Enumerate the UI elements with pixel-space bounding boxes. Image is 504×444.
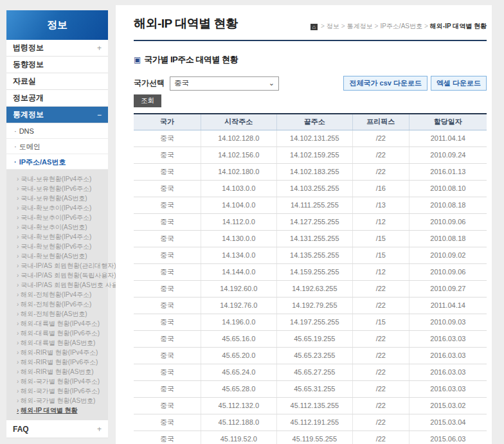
table-cell: 14.192.63.255 <box>276 280 352 297</box>
table-cell: 14.196.0.0 <box>201 314 276 330</box>
home-icon[interactable]: ⌂ <box>310 24 318 30</box>
sidebar: 정보 법령정보+동향정보자료실정보공개통계정보− ·DNS·도메인·IP주소/A… <box>6 10 108 438</box>
table-cell: 중국 <box>134 247 201 263</box>
sidebar-leaf-item[interactable]: ›국내-IP/AS 회원현황(관리대행자) <box>17 261 105 271</box>
arrow-icon: › <box>17 378 19 385</box>
sidebar-submenu: ·DNS·도메인·IP주소/AS번호 <box>6 123 108 170</box>
table-cell: 14.102.180.0 <box>201 163 276 180</box>
table-cell: 중국 <box>134 347 201 364</box>
sidebar-leaf-item[interactable]: ›국내-IP/AS 회원현황(독립사용자) <box>17 271 105 280</box>
breadcrumb-item[interactable]: 통계정보 <box>347 22 373 30</box>
breadcrumb-separator: > <box>321 22 325 30</box>
table-cell: 중국 <box>134 397 201 414</box>
sidebar-leaf-item[interactable]: ›국내-확보추이(AS번호) <box>17 222 105 232</box>
sidebar-leaf-item[interactable]: ›국내-확보현황(IPv4주소) <box>17 232 105 242</box>
table-cell: 45.65.24.0 <box>201 364 276 380</box>
sidebar-leaf-item[interactable]: ›해외-RIR별 현황(IPv4주소) <box>17 348 105 357</box>
sidebar-subitem-DNS[interactable]: ·DNS <box>6 123 108 139</box>
sidebar-leaf-item[interactable]: ›해외-RIR별 현황(IPv6주소) <box>17 357 105 367</box>
expand-plus-icon: + <box>97 425 102 434</box>
sidebar-leaf-item[interactable]: ›국내-확보현황(AS번호) <box>17 251 105 261</box>
table-cell: 45.65.28.0 <box>201 380 276 397</box>
table-cell: 14.102.159.255 <box>276 147 352 163</box>
sidebar-leaf-label: 국내-확보추이(IPv6주소) <box>21 214 91 221</box>
table-cell: 2010.09.27 <box>409 280 487 297</box>
sidebar-subitem-IP주소/AS번호[interactable]: ·IP주소/AS번호 <box>6 154 108 170</box>
sidebar-leaf-label: 해외-국가별 현황(IPv4주소) <box>21 378 100 385</box>
table-cell: 2010.09.24 <box>409 147 487 163</box>
table-row: 중국14.134.0.014.135.255.255/152010.09.02 <box>134 247 487 263</box>
country-select-value: 중국 <box>174 78 189 88</box>
arrow-icon: › <box>17 320 19 327</box>
sidebar-item-정보공개[interactable]: 정보공개 <box>6 90 108 107</box>
sidebar-item-동향정보[interactable]: 동향정보 <box>6 57 108 73</box>
table-cell: 14.127.255.255 <box>276 213 352 230</box>
sidebar-leaf-item[interactable]: ›해외-IP 대역별 현황 <box>17 405 105 415</box>
table-cell: /22 <box>352 330 409 347</box>
table-cell: 2016.03.03 <box>409 380 487 397</box>
table-cell: 45.65.16.0 <box>201 330 276 347</box>
arrow-icon: › <box>17 233 19 240</box>
sidebar-leaf-item[interactable]: ›국내-확보현황(IPv6주소) <box>17 242 105 251</box>
sidebar-item-label: 법령정보 <box>13 42 44 53</box>
sidebar-leaf-label: 해외-국가별 현황(IPv6주소) <box>21 387 100 395</box>
sidebar-leaf-item[interactable]: ›국내-보유현황(IPv6주소) <box>17 184 105 193</box>
sidebar-leaf-item[interactable]: ›해외-국가별 현황(AS번호) <box>17 396 105 405</box>
table-cell: 2016.03.03 <box>409 330 487 347</box>
breadcrumb-item[interactable]: 해외-IP 대역별 현황 <box>430 22 487 30</box>
sidebar-item-법령정보[interactable]: 법령정보+ <box>6 40 108 57</box>
bullet-icon: · <box>14 158 17 166</box>
sidebar-leaf-item[interactable]: ›국내-보유현황(IPv4주소) <box>17 174 105 184</box>
breadcrumb-item[interactable]: IP주소/AS번호 <box>380 22 422 30</box>
sidebar-leaf-item[interactable]: ›해외-국가별 현황(IPv4주소) <box>17 377 105 386</box>
sidebar-subitem-도메인[interactable]: ·도메인 <box>6 139 108 154</box>
arrow-icon: › <box>17 397 19 404</box>
sidebar-leaf-item[interactable]: ›국내-확보추이(IPv6주소) <box>17 213 105 222</box>
sidebar-leaf-item[interactable]: ›해외-국가별 현황(IPv6주소) <box>17 386 105 396</box>
table-cell: 2010.09.03 <box>409 314 487 330</box>
sidebar-leaf-item[interactable]: ›국내-보유현황(AS번호) <box>17 193 105 203</box>
sidebar-leaf-item[interactable]: ›국내-확보추이(IPv4주소) <box>17 203 105 213</box>
arrow-icon: › <box>17 368 19 375</box>
arrow-icon: › <box>17 310 19 317</box>
table-cell: /22 <box>352 364 409 380</box>
country-select[interactable]: 중국 ⌄ <box>170 76 279 91</box>
page-title: 해외-IP 대역별 현황 <box>134 15 238 32</box>
sidebar-leaf-label: 국내-보유현황(IPv4주소) <box>21 175 91 182</box>
excel-download-button[interactable]: 엑셀 다운로드 <box>431 76 487 91</box>
collapse-minus-icon: − <box>97 111 102 120</box>
sidebar-leaf-item[interactable]: ›해외-전체현황(AS번호) <box>17 309 105 319</box>
table-cell: 중국 <box>134 147 201 163</box>
table-cell: 14.104.0.0 <box>201 197 276 213</box>
sidebar-item-자료실[interactable]: 자료실 <box>6 73 108 90</box>
table-cell: 45.112.132.0 <box>201 397 276 414</box>
arrow-icon: › <box>17 262 19 269</box>
sidebar-leaf-item[interactable]: ›해외-전체현황(IPv6주소) <box>17 299 105 309</box>
sidebar-item-통계정보[interactable]: 통계정보− <box>6 107 108 123</box>
breadcrumb-item[interactable]: 정보 <box>327 22 339 30</box>
sidebar-leaf-item[interactable]: ›해외-대륙별 현황(IPv6주소) <box>17 328 105 338</box>
table-cell: 14.197.255.255 <box>276 314 352 330</box>
table-cell: 2010.08.18 <box>409 197 487 213</box>
sidebar-leaf-item[interactable]: ›국내-IP/AS 회원현황(AS번호 사용자) <box>17 280 105 290</box>
table-cell: 14.103.255.255 <box>276 180 352 197</box>
search-button[interactable]: 조회 <box>134 94 161 107</box>
arrow-icon: › <box>17 301 19 308</box>
sidebar-item-faq[interactable]: FAQ + <box>6 420 108 438</box>
faq-label: FAQ <box>13 425 29 434</box>
table-cell: 2016.03.03 <box>409 347 487 364</box>
sidebar-leaf-item[interactable]: ›해외-대륙별 현황(AS번호) <box>17 338 105 348</box>
table-row: 중국45.65.20.045.65.23.255/222016.03.03 <box>134 347 487 364</box>
sidebar-leaf-item[interactable]: ›해외-RIR별 현황(AS번호) <box>17 367 105 377</box>
table-cell: 2015.03.02 <box>409 397 487 414</box>
csv-download-button[interactable]: 전체국가 csv 다운로드 <box>343 76 427 91</box>
arrow-icon: › <box>17 204 19 211</box>
sidebar-subitem-label: IP주소/AS번호 <box>19 158 66 166</box>
sidebar-leaf-item[interactable]: ›해외-전체현황(IPv4주소) <box>17 290 105 299</box>
country-select-label: 국가선택 <box>134 78 165 89</box>
sidebar-leaf-item[interactable]: ›해외-대륙별 현황(IPv4주소) <box>17 319 105 328</box>
sidebar-subitem-label: DNS <box>19 127 34 135</box>
table-cell: 중국 <box>134 431 201 444</box>
breadcrumb: ⌂>정보>통계정보>IP주소/AS번호>해외-IP 대역별 현황 <box>310 22 487 32</box>
table-cell: 14.102.183.255 <box>276 163 352 180</box>
